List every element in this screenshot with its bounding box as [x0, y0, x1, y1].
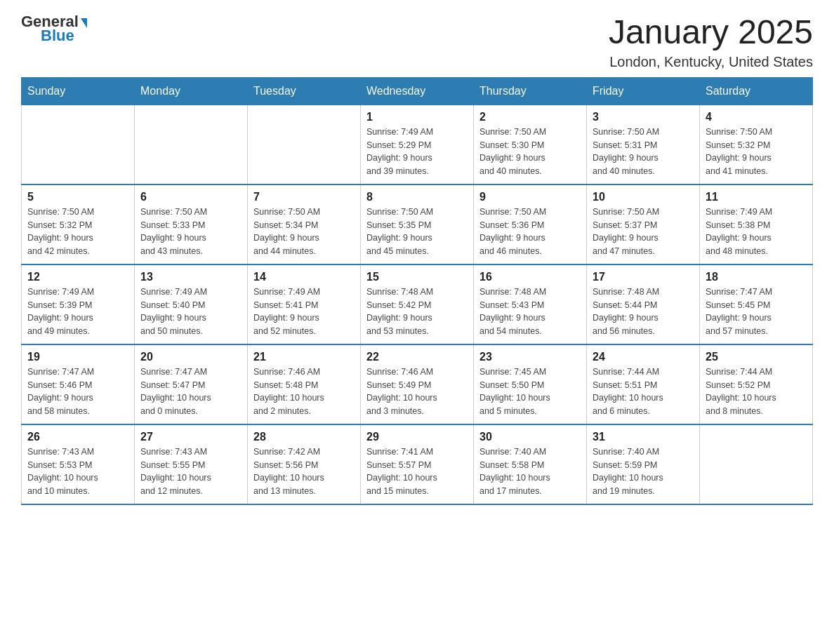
day-info: Sunrise: 7:45 AMSunset: 5:50 PMDaylight:… [479, 365, 581, 418]
day-info: Sunrise: 7:50 AMSunset: 5:32 PMDaylight:… [706, 126, 807, 178]
calendar-day-13: 13Sunrise: 7:49 AMSunset: 5:40 PMDayligh… [135, 264, 248, 344]
calendar-day-23: 23Sunrise: 7:45 AMSunset: 5:50 PMDayligh… [474, 344, 587, 424]
day-number: 19 [27, 351, 128, 363]
day-number: 7 [253, 191, 355, 203]
day-info: Sunrise: 7:50 AMSunset: 5:34 PMDaylight:… [253, 206, 355, 258]
day-info: Sunrise: 7:43 AMSunset: 5:55 PMDaylight:… [140, 445, 241, 498]
calendar-week-1: 1Sunrise: 7:49 AMSunset: 5:29 PMDaylight… [22, 105, 813, 185]
day-info: Sunrise: 7:44 AMSunset: 5:51 PMDaylight:… [593, 365, 694, 418]
calendar-day-3: 3Sunrise: 7:50 AMSunset: 5:31 PMDaylight… [587, 105, 700, 185]
day-number: 5 [27, 191, 128, 203]
calendar-day-31: 31Sunrise: 7:40 AMSunset: 5:59 PMDayligh… [587, 424, 700, 504]
calendar-day-1: 1Sunrise: 7:49 AMSunset: 5:29 PMDaylight… [361, 105, 474, 185]
calendar-day-24: 24Sunrise: 7:44 AMSunset: 5:51 PMDayligh… [587, 344, 700, 424]
day-number: 16 [479, 271, 581, 283]
calendar-day-10: 10Sunrise: 7:50 AMSunset: 5:37 PMDayligh… [587, 185, 700, 264]
calendar-day-2: 2Sunrise: 7:50 AMSunset: 5:30 PMDaylight… [474, 105, 587, 185]
calendar-day-26: 26Sunrise: 7:43 AMSunset: 5:53 PMDayligh… [22, 424, 135, 504]
logo-triangle-icon [81, 18, 87, 28]
calendar-day-22: 22Sunrise: 7:46 AMSunset: 5:49 PMDayligh… [361, 344, 474, 424]
day-number: 12 [27, 271, 128, 283]
day-number: 25 [706, 351, 807, 363]
day-number: 20 [140, 351, 241, 363]
empty-cell [22, 105, 135, 185]
day-header-tuesday: Tuesday [248, 77, 361, 105]
day-number: 4 [706, 111, 807, 123]
day-info: Sunrise: 7:49 AMSunset: 5:40 PMDaylight:… [140, 286, 241, 338]
day-number: 29 [366, 431, 468, 443]
day-info: Sunrise: 7:49 AMSunset: 5:29 PMDaylight:… [366, 126, 468, 178]
subtitle: London, Kentucky, United States [609, 54, 813, 70]
calendar-day-4: 4Sunrise: 7:50 AMSunset: 5:32 PMDaylight… [700, 105, 813, 185]
day-number: 1 [366, 111, 468, 123]
day-info: Sunrise: 7:48 AMSunset: 5:42 PMDaylight:… [366, 286, 468, 338]
day-number: 17 [593, 271, 694, 283]
calendar-day-17: 17Sunrise: 7:48 AMSunset: 5:44 PMDayligh… [587, 264, 700, 344]
calendar-day-27: 27Sunrise: 7:43 AMSunset: 5:55 PMDayligh… [135, 424, 248, 504]
calendar-day-14: 14Sunrise: 7:49 AMSunset: 5:41 PMDayligh… [248, 264, 361, 344]
day-info: Sunrise: 7:50 AMSunset: 5:32 PMDaylight:… [27, 206, 128, 258]
day-number: 6 [140, 191, 241, 203]
day-number: 10 [593, 191, 694, 203]
day-number: 22 [366, 351, 468, 363]
calendar-day-21: 21Sunrise: 7:46 AMSunset: 5:48 PMDayligh… [248, 344, 361, 424]
calendar-day-8: 8Sunrise: 7:50 AMSunset: 5:35 PMDaylight… [361, 185, 474, 264]
empty-cell [135, 105, 248, 185]
day-info: Sunrise: 7:50 AMSunset: 5:30 PMDaylight:… [479, 126, 581, 178]
day-number: 11 [706, 191, 807, 203]
calendar-week-4: 19Sunrise: 7:47 AMSunset: 5:46 PMDayligh… [22, 344, 813, 424]
day-header-thursday: Thursday [474, 77, 587, 105]
day-number: 14 [253, 271, 355, 283]
calendar-day-11: 11Sunrise: 7:49 AMSunset: 5:38 PMDayligh… [700, 185, 813, 264]
main-title: January 2025 [609, 14, 813, 51]
day-number: 24 [593, 351, 694, 363]
day-info: Sunrise: 7:44 AMSunset: 5:52 PMDaylight:… [706, 365, 807, 418]
calendar: SundayMondayTuesdayWednesdayThursdayFrid… [21, 77, 813, 505]
calendar-day-6: 6Sunrise: 7:50 AMSunset: 5:33 PMDaylight… [135, 185, 248, 264]
calendar-week-3: 12Sunrise: 7:49 AMSunset: 5:39 PMDayligh… [22, 264, 813, 344]
day-number: 8 [366, 191, 468, 203]
day-info: Sunrise: 7:41 AMSunset: 5:57 PMDaylight:… [366, 445, 468, 498]
day-header-monday: Monday [135, 77, 248, 105]
calendar-day-9: 9Sunrise: 7:50 AMSunset: 5:36 PMDaylight… [474, 185, 587, 264]
logo: General Blue [21, 14, 87, 43]
day-number: 9 [479, 191, 581, 203]
day-info: Sunrise: 7:49 AMSunset: 5:41 PMDaylight:… [253, 286, 355, 338]
day-number: 28 [253, 431, 355, 443]
day-info: Sunrise: 7:50 AMSunset: 5:31 PMDaylight:… [593, 126, 694, 178]
calendar-day-16: 16Sunrise: 7:48 AMSunset: 5:43 PMDayligh… [474, 264, 587, 344]
calendar-day-19: 19Sunrise: 7:47 AMSunset: 5:46 PMDayligh… [22, 344, 135, 424]
day-number: 27 [140, 431, 241, 443]
day-info: Sunrise: 7:46 AMSunset: 5:48 PMDaylight:… [253, 365, 355, 418]
day-info: Sunrise: 7:47 AMSunset: 5:46 PMDaylight:… [27, 365, 128, 418]
day-info: Sunrise: 7:49 AMSunset: 5:39 PMDaylight:… [27, 286, 128, 338]
day-info: Sunrise: 7:47 AMSunset: 5:47 PMDaylight:… [140, 365, 241, 418]
day-info: Sunrise: 7:40 AMSunset: 5:58 PMDaylight:… [479, 445, 581, 498]
day-header-wednesday: Wednesday [361, 77, 474, 105]
calendar-day-7: 7Sunrise: 7:50 AMSunset: 5:34 PMDaylight… [248, 185, 361, 264]
calendar-week-2: 5Sunrise: 7:50 AMSunset: 5:32 PMDaylight… [22, 185, 813, 264]
calendar-header-row: SundayMondayTuesdayWednesdayThursdayFrid… [22, 77, 813, 105]
empty-cell [700, 424, 813, 504]
day-info: Sunrise: 7:42 AMSunset: 5:56 PMDaylight:… [253, 445, 355, 498]
day-info: Sunrise: 7:50 AMSunset: 5:36 PMDaylight:… [479, 206, 581, 258]
day-info: Sunrise: 7:47 AMSunset: 5:45 PMDaylight:… [706, 286, 807, 338]
calendar-day-15: 15Sunrise: 7:48 AMSunset: 5:42 PMDayligh… [361, 264, 474, 344]
day-number: 21 [253, 351, 355, 363]
day-number: 13 [140, 271, 241, 283]
day-info: Sunrise: 7:48 AMSunset: 5:44 PMDaylight:… [593, 286, 694, 338]
calendar-day-12: 12Sunrise: 7:49 AMSunset: 5:39 PMDayligh… [22, 264, 135, 344]
day-info: Sunrise: 7:50 AMSunset: 5:37 PMDaylight:… [593, 206, 694, 258]
day-info: Sunrise: 7:40 AMSunset: 5:59 PMDaylight:… [593, 445, 694, 498]
calendar-day-20: 20Sunrise: 7:47 AMSunset: 5:47 PMDayligh… [135, 344, 248, 424]
day-header-friday: Friday [587, 77, 700, 105]
calendar-day-5: 5Sunrise: 7:50 AMSunset: 5:32 PMDaylight… [22, 185, 135, 264]
logo-blue-text: Blue [21, 28, 74, 43]
day-number: 18 [706, 271, 807, 283]
day-info: Sunrise: 7:46 AMSunset: 5:49 PMDaylight:… [366, 365, 468, 418]
day-number: 15 [366, 271, 468, 283]
empty-cell [248, 105, 361, 185]
day-info: Sunrise: 7:50 AMSunset: 5:33 PMDaylight:… [140, 206, 241, 258]
day-info: Sunrise: 7:43 AMSunset: 5:53 PMDaylight:… [27, 445, 128, 498]
calendar-day-28: 28Sunrise: 7:42 AMSunset: 5:56 PMDayligh… [248, 424, 361, 504]
